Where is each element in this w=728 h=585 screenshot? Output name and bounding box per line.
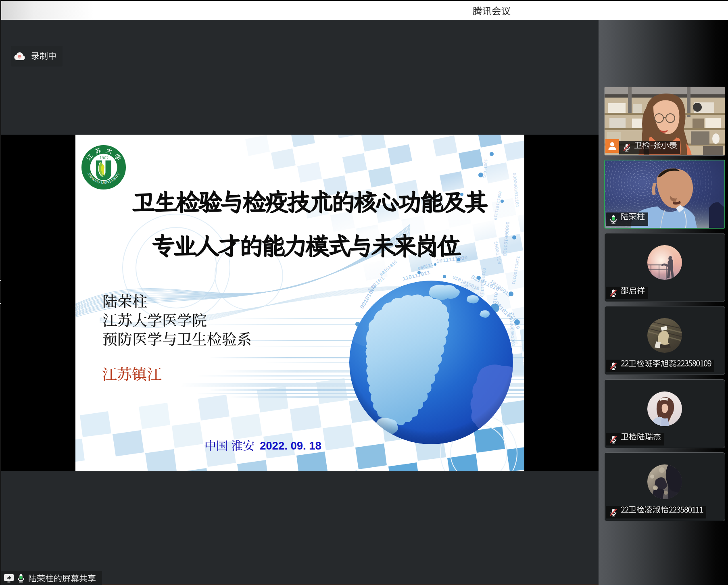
svg-text:2022. 09. 18: 2022. 09. 18 [260,439,321,452]
